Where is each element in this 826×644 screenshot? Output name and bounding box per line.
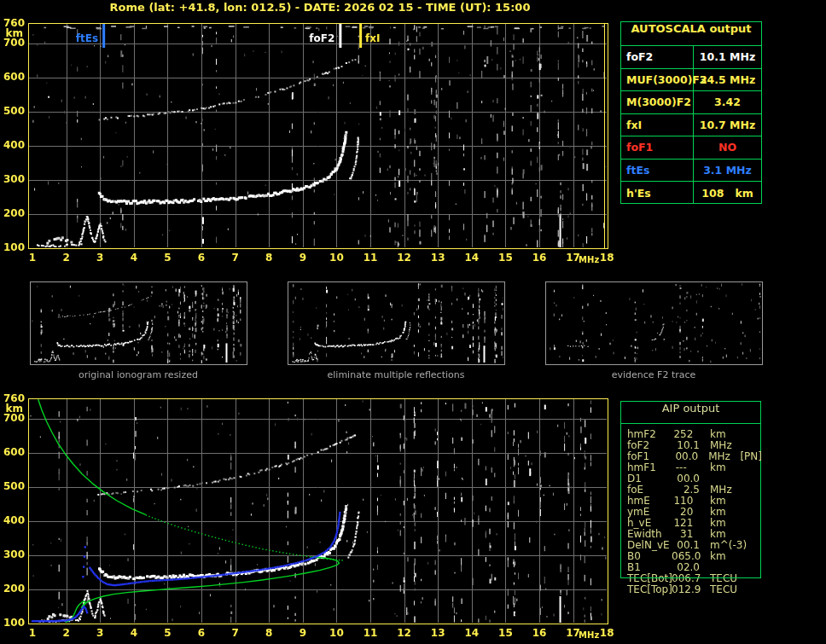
aip-row-label: hmE: [621, 495, 672, 506]
aip-row-label: foE: [621, 484, 672, 495]
autoscala-output-table: AUTOSCALA output foF210.1 MHzMUF(3000)F2…: [620, 21, 762, 204]
aip-row-note: [739, 428, 742, 439]
aip-row-label: hmF1: [621, 461, 672, 473]
aip-row-hmf2: hmF2252 km: [621, 428, 762, 439]
aip-row-yme: ymE20 km: [621, 506, 762, 517]
autoscala-row-label: fxI: [621, 114, 694, 136]
aip-row-value: 012.9: [672, 583, 700, 595]
aip-table-rows: hmF2252 kmfoF210.1MHzfoF100.0MHz[PN]hmF1…: [621, 428, 762, 595]
aip-table-header: AIP output: [621, 402, 760, 424]
aip-row-value: 065.0: [672, 550, 700, 561]
aip-output-table: AIP output hmF2252 kmfoF210.1MHzfoF100.0…: [620, 401, 761, 577]
autoscala-row-label: h'Es: [621, 182, 694, 204]
aip-row-foe: foE2.5MHz: [621, 484, 762, 495]
autoscala-row-fxi: fxI10.7 MHz: [621, 113, 761, 136]
aip-row-unit: [700, 473, 739, 484]
aip-row-label: hmF2: [621, 428, 672, 439]
aip-row-fof2: foF210.1MHz: [621, 439, 762, 450]
aip-row-hme: hmE110 km: [621, 495, 762, 506]
aip-row-label: ymE: [621, 506, 672, 517]
autoscala-table-header: AUTOSCALA output: [621, 22, 761, 45]
autoscala-screen: Rome (lat: +41.8, lon: 012.5) - DATE: 20…: [0, 0, 826, 644]
autoscala-row-value: 10.1 MHz: [694, 46, 761, 68]
aip-row-note: [739, 539, 742, 550]
aip-row-note: [739, 484, 742, 495]
aip-row-label: B0: [621, 550, 672, 561]
aip-row-unit: TECU: [700, 583, 739, 595]
autoscala-row-label: MUF(3000)F2: [621, 69, 694, 91]
autoscala-row-label: foF1: [621, 136, 694, 159]
aip-row-value: 10.1: [672, 439, 700, 450]
aip-row-note: [739, 561, 742, 572]
aip-row-note: [739, 473, 742, 484]
aip-row-value: 00.0: [671, 450, 698, 461]
autoscala-row-value: 3.42: [694, 91, 761, 113]
autoscala-row-label: M(3000)F2: [621, 91, 694, 113]
aip-row-unit: MHz: [700, 484, 739, 495]
aip-row-ewidth: Ewidth31 km: [621, 528, 762, 539]
aip-table-bottom-border: [620, 577, 761, 578]
aip-row-value: 31: [672, 528, 700, 539]
aip-row-unit: km: [700, 495, 739, 506]
aip-row-note: [739, 495, 742, 506]
autoscala-row-label: ftEs: [621, 160, 694, 182]
aip-row-label: h_vE: [621, 517, 672, 528]
aip-row-label: foF1: [621, 450, 671, 461]
aip-row-value: 20: [672, 506, 700, 517]
thumbnail-caption-eliminate: eliminate multiple reflections: [288, 369, 504, 380]
aip-row-tec_top: TEC[Top]012.9TECU: [621, 583, 762, 595]
autoscala-row-value: 34.5 MHz: [694, 69, 761, 91]
aip-row-unit: km: [700, 517, 739, 528]
aip-row-unit: MHz: [698, 450, 736, 461]
aip-row-note: [739, 517, 742, 528]
aip-row-h_ve: h_vE121 km: [621, 517, 762, 528]
aip-row-fof1: foF100.0MHz[PN]: [621, 450, 762, 461]
aip-row-label: B1: [621, 561, 672, 572]
autoscala-row-value: 3.1 MHz: [694, 160, 761, 182]
aip-row-label: DelN_vE: [621, 539, 672, 550]
aip-row-value: 00.0: [672, 473, 700, 484]
aip-row-label: TEC[Top]: [621, 583, 672, 595]
aip-row-unit: km: [700, 506, 739, 517]
autoscala-row-ftes: ftEs3.1 MHz: [621, 159, 761, 182]
aip-row-deln_ve: DelN_vE00.1m^(-3): [621, 539, 762, 550]
thumbnail-caption-original: original ionogram resized: [30, 369, 247, 380]
aip-row-value: 2.5: [672, 484, 700, 495]
aip-row-unit: m^(-3): [700, 539, 739, 550]
autoscala-row-fof2: foF210.1 MHz: [621, 45, 761, 68]
page-title: Rome (lat: +41.8, lon: 012.5) - DATE: 20…: [0, 1, 640, 14]
aip-row-label: Ewidth: [621, 528, 672, 539]
aip-row-hmf1: hmF1--- km: [621, 461, 762, 473]
aip-row-value: 110: [672, 495, 700, 506]
aip-row-value: 121: [672, 517, 700, 528]
aip-row-note: [739, 439, 742, 450]
aip-row-note: [PN]: [736, 450, 762, 461]
aip-row-value: 252: [672, 428, 700, 439]
aip-row-b1: B102.0: [621, 561, 762, 572]
aip-row-unit: km: [700, 461, 739, 473]
autoscala-row-value: 108 km: [694, 182, 761, 204]
autoscala-row-m3000f2: M(3000)F23.42: [621, 90, 761, 113]
autoscala-row-label: foF2: [621, 46, 694, 68]
aip-row-note: [739, 528, 742, 539]
autoscala-row-muf3000f2: MUF(3000)F234.5 MHz: [621, 68, 761, 91]
aip-row-b0: B0065.0km: [621, 550, 762, 561]
autoscala-table-rows: foF210.1 MHzMUF(3000)F234.5 MHzM(3000)F2…: [621, 45, 761, 204]
aip-row-d1: D100.0: [621, 473, 762, 484]
aip-row-label: foF2: [621, 439, 672, 450]
aip-row-note: [739, 461, 742, 473]
autoscala-row-value: NO: [694, 136, 761, 159]
aip-row-note: [739, 506, 742, 517]
aip-row-label: D1: [621, 473, 672, 484]
aip-row-note: [739, 550, 742, 561]
aip-row-unit: [700, 561, 739, 572]
aip-row-note: [739, 583, 742, 595]
aip-row-unit: km: [700, 428, 739, 439]
aip-row-value: ---: [672, 461, 700, 473]
autoscala-row-value: 10.7 MHz: [694, 114, 761, 136]
aip-row-unit: km: [700, 528, 739, 539]
aip-row-unit: km: [700, 550, 739, 561]
autoscala-row-hes: h'Es108 km: [621, 181, 761, 204]
autoscala-row-fof1: foF1NO: [621, 136, 761, 159]
thumbnail-caption-evidence: evidence F2 trace: [545, 369, 762, 380]
